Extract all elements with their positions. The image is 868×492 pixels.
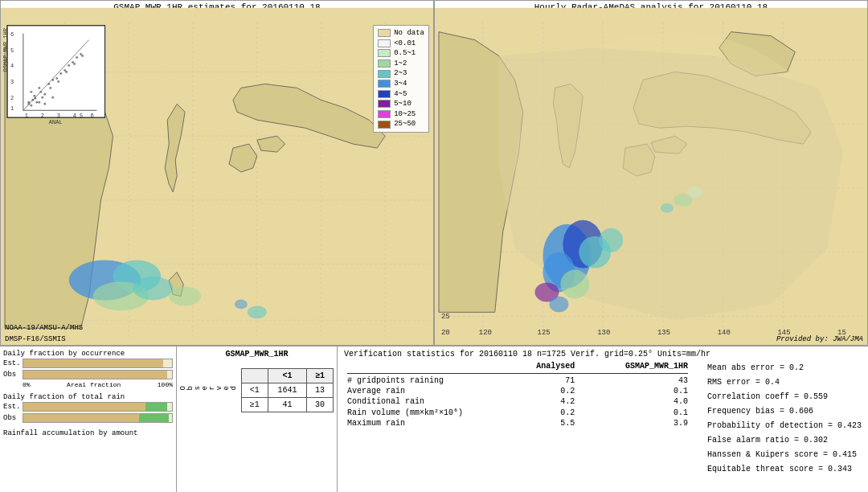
svg-text:130: 130 <box>597 329 610 337</box>
svg-point-16 <box>169 286 201 305</box>
bar-chart-amount-title: Rainfall accumulation by amount <box>3 429 173 437</box>
svg-text:2: 2 <box>41 113 44 119</box>
contingency-obs-label: Observed <box>180 384 238 390</box>
contingency-col1: <1 <box>268 369 306 383</box>
svg-text:3: 3 <box>10 79 14 85</box>
table-row-rainvol: Rain volume (mm×km²×10⁶) 0.2 0.1 <box>344 407 691 418</box>
svg-text:125: 125 <box>538 329 551 337</box>
svg-point-18 <box>235 299 248 309</box>
svg-point-42 <box>41 96 43 99</box>
legend-item-1025: 10~25 <box>378 109 424 120</box>
legend-item-45: 4~5 <box>378 89 424 100</box>
right-map-svg: 45 40 35 30 25 20 120 125 130 135 140 14… <box>435 1 867 345</box>
contingency-empty-cell <box>242 369 268 383</box>
bar-chart-rain: Daily fraction of total rain Est. Obs <box>3 393 173 424</box>
axis-100-label: Areal fraction <box>67 381 121 388</box>
svg-point-27 <box>33 95 35 97</box>
row-val1-gridpoints: 71 <box>505 375 581 386</box>
contingency-val21: 41 <box>268 398 306 412</box>
obs-label1: Obs <box>3 371 21 379</box>
legend-item-nodata: No data <box>378 28 424 39</box>
legend-color-2550 <box>378 121 391 129</box>
bar-fill-green-est2 <box>145 403 168 411</box>
axis-100-short: 100% <box>158 381 173 388</box>
contingency-val22: 30 <box>307 398 334 412</box>
bar-row-obs2: Obs <box>3 413 173 423</box>
contingency-row2-header: ≥1 <box>242 398 268 412</box>
left-map-panel: GSMAP_MWR_1HR estimates for 20160110 18 <box>0 0 434 346</box>
legend-item-510: 5~10 <box>378 99 424 109</box>
svg-point-25 <box>30 105 32 107</box>
svg-text:135: 135 <box>657 329 670 337</box>
svg-point-17 <box>248 305 267 318</box>
svg-point-26 <box>35 101 38 104</box>
svg-point-51 <box>38 101 40 104</box>
legend-label-051: 0.5~1 <box>394 48 416 59</box>
bar-fill-tan-obs2 <box>23 414 139 422</box>
table-row-condrain: Conditional rain 4.2 4.0 <box>344 396 691 407</box>
legend: No data <0.01 0.5~1 1~2 2~3 <box>373 25 429 133</box>
bar-row-obs1: Obs <box>3 370 173 379</box>
svg-text:3: 3 <box>57 113 60 119</box>
bar-fill-tan-est1 <box>23 359 163 367</box>
bar-chart-occurrence-title: Daily fraction by occurrence <box>3 350 173 358</box>
legend-label-23: 2~3 <box>394 68 407 79</box>
svg-point-97 <box>599 228 623 252</box>
svg-point-31 <box>47 83 50 85</box>
svg-point-102 <box>687 187 703 198</box>
verification-content: Analysed GSMAP_MWR_1HR # gridpoints rain… <box>344 361 862 477</box>
svg-point-28 <box>39 91 42 93</box>
stat-freq-bias: Frequency bias = 0.606 <box>707 404 862 419</box>
svg-point-101 <box>661 203 674 213</box>
contingency-title: GSMAP_MWR_1HR <box>180 350 334 359</box>
row-val2-maxrain: 3.9 <box>581 418 691 428</box>
dmsp-label: DMSP-F16/SSMIS <box>5 335 66 343</box>
noaa-label: NOAA-19/AMSU-A/MHS <box>5 324 83 332</box>
svg-text:140: 140 <box>718 329 731 337</box>
legend-item-34: 3~4 <box>378 79 424 89</box>
svg-point-49 <box>51 96 54 99</box>
row-val2-avgrain: 0.1 <box>581 386 691 396</box>
bottom-middle-panel: GSMAP_MWR_1HR Observed <1 ≥1 <1 1641 13 <box>177 346 338 492</box>
bottom-left-panel: Daily fraction by occurrence Est. Obs 0%… <box>0 346 177 492</box>
legend-item-12: 1~2 <box>378 59 424 69</box>
svg-point-38 <box>76 56 78 59</box>
svg-text:2: 2 <box>10 95 14 101</box>
contingency-col2: ≥1 <box>307 369 334 383</box>
stat-rms-error: RMS error = 0.4 <box>707 375 862 390</box>
stat-hanssen-kuipers: Hanssen & Kuipers score = 0.415 <box>707 448 862 462</box>
contingency-table: <1 ≥1 <1 1641 13 ≥1 41 30 <box>241 368 334 412</box>
svg-point-41 <box>34 97 36 100</box>
top-section: GSMAP_MWR_1HR estimates for 20160110 18 <box>0 0 868 346</box>
verification-title: Verification statistics for 20160110 18 … <box>344 350 862 359</box>
legend-color-051 <box>378 49 391 57</box>
bar-track-est1 <box>23 359 173 368</box>
legend-label-12: 1~2 <box>394 59 407 69</box>
bar-row-est1: Est. <box>3 359 173 368</box>
bottom-section: Daily fraction by occurrence Est. Obs 0%… <box>0 346 868 492</box>
svg-text:GSMAP_MWR_1HR: GSMAP_MWR_1HR <box>2 28 9 72</box>
bar-track-est2 <box>23 402 173 412</box>
svg-point-96 <box>560 270 589 299</box>
row-label-rainvol: Rain volume (mm×km²×10⁶) <box>344 407 505 418</box>
svg-text:5: 5 <box>10 47 14 54</box>
legend-color-510 <box>378 100 391 108</box>
credit-label: Provided by: JWA/JMA <box>776 335 863 343</box>
stat-prob-detection: Probability of detection = 0.423 <box>707 419 862 433</box>
bar-track-obs2 <box>23 413 173 423</box>
svg-text:4: 4 <box>10 63 14 69</box>
legend-label-2550: 25~50 <box>394 119 416 129</box>
bar-track-obs1 <box>23 370 173 379</box>
svg-text:1: 1 <box>25 113 28 119</box>
bar-fill-tan-est2 <box>23 403 145 411</box>
svg-point-29 <box>43 93 46 96</box>
legend-color-001 <box>378 39 391 47</box>
table-row-avgrain: Average rain 0.2 0.1 <box>344 386 691 396</box>
svg-point-47 <box>81 55 84 57</box>
legend-item-051: 0.5~1 <box>378 48 424 59</box>
svg-point-50 <box>30 91 32 93</box>
svg-text:ANAL: ANAL <box>49 119 63 125</box>
left-map-svg: 6 5 4 3 2 1 1 2 3 4 5 6 GSMAP_MWR_1HR AN… <box>1 1 433 345</box>
col-analysed-header: Analysed <box>505 361 581 371</box>
right-map-panel: Hourly Radar-AMeDAS analysis for 2016011… <box>434 0 868 346</box>
